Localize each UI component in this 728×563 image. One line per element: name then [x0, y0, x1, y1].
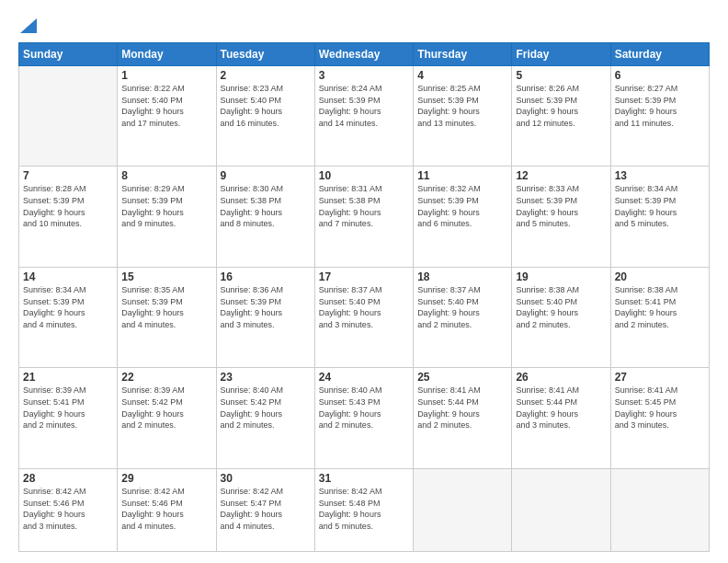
- calendar-cell: 27Sunrise: 8:41 AM Sunset: 5:45 PM Dayli…: [610, 368, 709, 468]
- calendar-cell: 2Sunrise: 8:23 AM Sunset: 5:40 PM Daylig…: [216, 66, 314, 167]
- day-number: 17: [319, 270, 409, 283]
- calendar-cell: 20Sunrise: 8:38 AM Sunset: 5:41 PM Dayli…: [610, 267, 709, 367]
- calendar-cell: 23Sunrise: 8:40 AM Sunset: 5:42 PM Dayli…: [216, 368, 314, 468]
- week-row-4: 28Sunrise: 8:42 AM Sunset: 5:46 PM Dayli…: [19, 468, 710, 551]
- calendar-cell: 3Sunrise: 8:24 AM Sunset: 5:39 PM Daylig…: [314, 66, 413, 167]
- day-info: Sunrise: 8:35 AM Sunset: 5:39 PM Dayligh…: [121, 284, 211, 330]
- calendar-cell: 24Sunrise: 8:40 AM Sunset: 5:43 PM Dayli…: [314, 368, 413, 468]
- day-info: Sunrise: 8:27 AM Sunset: 5:39 PM Dayligh…: [615, 83, 705, 129]
- day-number: 6: [615, 69, 705, 82]
- calendar-cell: 15Sunrise: 8:35 AM Sunset: 5:39 PM Dayli…: [118, 267, 216, 367]
- day-number: 9: [221, 169, 311, 182]
- day-info: Sunrise: 8:42 AM Sunset: 5:46 PM Dayligh…: [23, 486, 113, 532]
- calendar-cell: 13Sunrise: 8:34 AM Sunset: 5:39 PM Dayli…: [610, 167, 709, 267]
- day-info: Sunrise: 8:25 AM Sunset: 5:39 PM Dayligh…: [417, 83, 507, 129]
- day-number: 2: [221, 69, 311, 82]
- calendar-cell: 29Sunrise: 8:42 AM Sunset: 5:46 PM Dayli…: [118, 468, 216, 551]
- calendar: SundayMondayTuesdayWednesdayThursdayFrid…: [18, 42, 710, 552]
- day-number: 16: [221, 270, 311, 283]
- calendar-cell: 25Sunrise: 8:41 AM Sunset: 5:44 PM Dayli…: [414, 368, 512, 468]
- day-header-sunday: Sunday: [19, 43, 118, 66]
- calendar-cell: [19, 66, 118, 167]
- logo-icon: [20, 18, 37, 33]
- day-number: 3: [319, 69, 409, 82]
- calendar-cell: 10Sunrise: 8:31 AM Sunset: 5:38 PM Dayli…: [314, 167, 413, 267]
- day-number: 4: [417, 69, 507, 82]
- day-info: Sunrise: 8:26 AM Sunset: 5:39 PM Dayligh…: [516, 83, 606, 129]
- week-row-2: 14Sunrise: 8:34 AM Sunset: 5:39 PM Dayli…: [19, 267, 710, 367]
- calendar-cell: 4Sunrise: 8:25 AM Sunset: 5:39 PM Daylig…: [414, 66, 512, 167]
- day-number: 23: [221, 371, 311, 384]
- day-header-monday: Monday: [118, 43, 216, 66]
- day-number: 13: [615, 169, 705, 182]
- day-info: Sunrise: 8:41 AM Sunset: 5:44 PM Dayligh…: [417, 385, 507, 431]
- day-info: Sunrise: 8:22 AM Sunset: 5:40 PM Dayligh…: [121, 83, 211, 129]
- day-number: 20: [615, 270, 705, 283]
- calendar-cell: [414, 468, 512, 551]
- days-header-row: SundayMondayTuesdayWednesdayThursdayFrid…: [19, 43, 710, 66]
- day-header-tuesday: Tuesday: [216, 43, 314, 66]
- week-row-0: 1Sunrise: 8:22 AM Sunset: 5:40 PM Daylig…: [19, 66, 710, 167]
- day-info: Sunrise: 8:37 AM Sunset: 5:40 PM Dayligh…: [319, 284, 409, 330]
- calendar-cell: 30Sunrise: 8:42 AM Sunset: 5:47 PM Dayli…: [216, 468, 314, 551]
- day-info: Sunrise: 8:32 AM Sunset: 5:39 PM Dayligh…: [417, 183, 507, 229]
- day-info: Sunrise: 8:38 AM Sunset: 5:40 PM Dayligh…: [516, 284, 606, 330]
- calendar-cell: 8Sunrise: 8:29 AM Sunset: 5:39 PM Daylig…: [118, 167, 216, 267]
- calendar-cell: 21Sunrise: 8:39 AM Sunset: 5:41 PM Dayli…: [19, 368, 118, 468]
- day-info: Sunrise: 8:29 AM Sunset: 5:39 PM Dayligh…: [121, 183, 211, 229]
- day-number: 19: [516, 270, 606, 283]
- day-number: 21: [23, 371, 113, 384]
- calendar-cell: 26Sunrise: 8:41 AM Sunset: 5:44 PM Dayli…: [512, 368, 610, 468]
- calendar-cell: 9Sunrise: 8:30 AM Sunset: 5:38 PM Daylig…: [216, 167, 314, 267]
- day-number: 30: [221, 472, 311, 485]
- day-info: Sunrise: 8:39 AM Sunset: 5:42 PM Dayligh…: [121, 385, 211, 431]
- day-info: Sunrise: 8:34 AM Sunset: 5:39 PM Dayligh…: [615, 183, 705, 229]
- calendar-cell: 6Sunrise: 8:27 AM Sunset: 5:39 PM Daylig…: [610, 66, 709, 167]
- day-info: Sunrise: 8:34 AM Sunset: 5:39 PM Dayligh…: [23, 284, 113, 330]
- day-info: Sunrise: 8:28 AM Sunset: 5:39 PM Dayligh…: [23, 183, 113, 229]
- calendar-cell: 22Sunrise: 8:39 AM Sunset: 5:42 PM Dayli…: [118, 368, 216, 468]
- day-info: Sunrise: 8:30 AM Sunset: 5:38 PM Dayligh…: [221, 183, 311, 229]
- day-number: 31: [319, 472, 409, 485]
- day-info: Sunrise: 8:41 AM Sunset: 5:44 PM Dayligh…: [516, 385, 606, 431]
- day-info: Sunrise: 8:31 AM Sunset: 5:38 PM Dayligh…: [319, 183, 409, 229]
- header: [18, 15, 710, 35]
- day-number: 14: [23, 270, 113, 283]
- day-number: 1: [121, 69, 211, 82]
- calendar-cell: 28Sunrise: 8:42 AM Sunset: 5:46 PM Dayli…: [19, 468, 118, 551]
- svg-marker-0: [20, 18, 37, 33]
- day-header-saturday: Saturday: [610, 43, 709, 66]
- calendar-cell: 16Sunrise: 8:36 AM Sunset: 5:39 PM Dayli…: [216, 267, 314, 367]
- week-row-3: 21Sunrise: 8:39 AM Sunset: 5:41 PM Dayli…: [19, 368, 710, 468]
- calendar-cell: 12Sunrise: 8:33 AM Sunset: 5:39 PM Dayli…: [512, 167, 610, 267]
- day-header-wednesday: Wednesday: [314, 43, 413, 66]
- calendar-cell: 18Sunrise: 8:37 AM Sunset: 5:40 PM Dayli…: [414, 267, 512, 367]
- day-number: 12: [516, 169, 606, 182]
- day-number: 8: [121, 169, 211, 182]
- day-number: 11: [417, 169, 507, 182]
- calendar-cell: [610, 468, 709, 551]
- day-info: Sunrise: 8:42 AM Sunset: 5:47 PM Dayligh…: [221, 486, 311, 532]
- day-info: Sunrise: 8:42 AM Sunset: 5:48 PM Dayligh…: [319, 486, 409, 532]
- day-info: Sunrise: 8:33 AM Sunset: 5:39 PM Dayligh…: [516, 183, 606, 229]
- day-number: 26: [516, 371, 606, 384]
- calendar-cell: 31Sunrise: 8:42 AM Sunset: 5:48 PM Dayli…: [314, 468, 413, 551]
- day-info: Sunrise: 8:41 AM Sunset: 5:45 PM Dayligh…: [615, 385, 705, 431]
- day-info: Sunrise: 8:42 AM Sunset: 5:46 PM Dayligh…: [121, 486, 211, 532]
- logo: [18, 18, 37, 35]
- calendar-cell: 19Sunrise: 8:38 AM Sunset: 5:40 PM Dayli…: [512, 267, 610, 367]
- day-header-friday: Friday: [512, 43, 610, 66]
- day-number: 15: [121, 270, 211, 283]
- day-number: 28: [23, 472, 113, 485]
- calendar-cell: 11Sunrise: 8:32 AM Sunset: 5:39 PM Dayli…: [414, 167, 512, 267]
- day-header-thursday: Thursday: [414, 43, 512, 66]
- day-info: Sunrise: 8:38 AM Sunset: 5:41 PM Dayligh…: [615, 284, 705, 330]
- day-number: 25: [417, 371, 507, 384]
- calendar-cell: [512, 468, 610, 551]
- day-info: Sunrise: 8:36 AM Sunset: 5:39 PM Dayligh…: [221, 284, 311, 330]
- day-info: Sunrise: 8:40 AM Sunset: 5:43 PM Dayligh…: [319, 385, 409, 431]
- page: SundayMondayTuesdayWednesdayThursdayFrid…: [0, 0, 728, 563]
- day-number: 27: [615, 371, 705, 384]
- day-number: 24: [319, 371, 409, 384]
- day-info: Sunrise: 8:37 AM Sunset: 5:40 PM Dayligh…: [417, 284, 507, 330]
